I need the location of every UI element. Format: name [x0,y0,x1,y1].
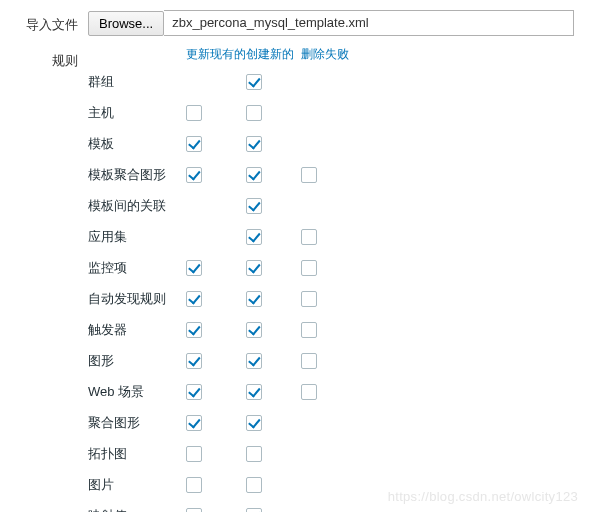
checkbox-create[interactable] [246,198,262,214]
checkbox-create[interactable] [246,167,262,183]
rule-row: 应用集 [88,228,574,246]
checkbox-create[interactable] [246,415,262,431]
rule-name: 模板 [88,135,186,153]
rule-row: 模板聚合图形 [88,166,574,184]
checkbox-create[interactable] [246,446,262,462]
checkbox-create[interactable] [246,105,262,121]
checkbox-update[interactable] [186,260,202,276]
checkbox-delete[interactable] [301,322,317,338]
rule-row: 群组 [88,73,574,91]
rule-name: 图片 [88,476,186,494]
checkbox-create[interactable] [246,260,262,276]
checkbox-update[interactable] [186,477,202,493]
checkbox-create[interactable] [246,229,262,245]
checkbox-update[interactable] [186,322,202,338]
browse-button[interactable]: Browse... [88,11,164,36]
rule-row: 拓扑图 [88,445,574,463]
checkbox-update[interactable] [186,384,202,400]
header-update: 更新现有的 [186,46,246,63]
checkbox-delete[interactable] [301,229,317,245]
checkbox-delete[interactable] [301,260,317,276]
checkbox-create[interactable] [246,74,262,90]
checkbox-update[interactable] [186,446,202,462]
checkbox-create[interactable] [246,291,262,307]
rule-name: 模板间的关联 [88,197,186,215]
header-delete: 删除失败 [301,46,353,63]
rule-name: 拓扑图 [88,445,186,463]
rule-name: 聚合图形 [88,414,186,432]
rule-row: 图形 [88,352,574,370]
rule-name: 触发器 [88,321,186,339]
rules-header: 更新现有的 创建新的 删除失败 [88,46,574,63]
rule-name: 应用集 [88,228,186,246]
rule-name: 自动发现规则 [88,290,186,308]
rule-name: 模板聚合图形 [88,166,186,184]
checkbox-update[interactable] [186,291,202,307]
checkbox-update[interactable] [186,167,202,183]
rule-row: 模板 [88,135,574,153]
rule-name: 监控项 [88,259,186,277]
checkbox-delete[interactable] [301,384,317,400]
rule-row: 触发器 [88,321,574,339]
checkbox-create[interactable] [246,322,262,338]
checkbox-create[interactable] [246,384,262,400]
rule-name: 图形 [88,352,186,370]
checkbox-delete[interactable] [301,353,317,369]
rule-name: Web 场景 [88,383,186,401]
rule-name: 群组 [88,73,186,91]
rule-row: 图片 [88,476,574,494]
rule-name: 主机 [88,104,186,122]
checkbox-create[interactable] [246,477,262,493]
checkbox-update[interactable] [186,105,202,121]
rule-row: Web 场景 [88,383,574,401]
checkbox-create[interactable] [246,508,262,512]
rule-row: 主机 [88,104,574,122]
import-file-label: 导入文件 [18,10,88,34]
checkbox-delete[interactable] [301,167,317,183]
checkbox-update[interactable] [186,415,202,431]
checkbox-update[interactable] [186,353,202,369]
rule-row: 模板间的关联 [88,197,574,215]
rules-label: 规则 [18,46,88,70]
rule-row: 聚合图形 [88,414,574,432]
rule-row: 监控项 [88,259,574,277]
rule-row: 自动发现规则 [88,290,574,308]
filename-display: zbx_percona_mysql_template.xml [164,10,574,36]
checkbox-create[interactable] [246,136,262,152]
checkbox-update[interactable] [186,508,202,512]
header-create: 创建新的 [246,46,301,63]
rule-row: 映射值 [88,507,574,512]
checkbox-delete[interactable] [301,291,317,307]
rule-name: 映射值 [88,507,186,512]
checkbox-create[interactable] [246,353,262,369]
checkbox-update[interactable] [186,136,202,152]
